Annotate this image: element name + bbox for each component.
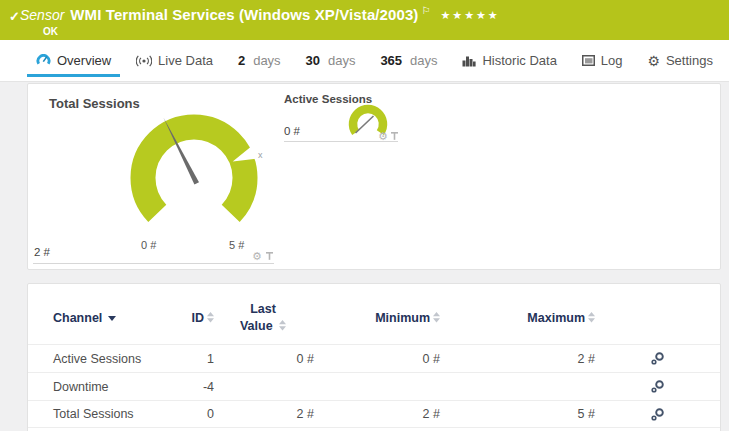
channel-settings-icon[interactable] xyxy=(650,407,665,422)
column-header-last-value[interactable]: Last Value xyxy=(214,301,314,335)
column-header-id[interactable]: ID xyxy=(163,311,214,325)
column-header-label: ID xyxy=(192,311,205,325)
tab-label: Historic Data xyxy=(482,53,556,68)
column-header-maximum[interactable]: Maximum xyxy=(440,311,595,325)
channel-last-value: 2 # xyxy=(214,407,314,421)
channel-minimum: 0 # xyxy=(314,352,440,366)
tab-days-unit: days xyxy=(253,53,280,68)
sort-icon[interactable] xyxy=(588,312,595,323)
log-icon xyxy=(582,55,595,66)
gauge-scale-max-label: 5 # xyxy=(229,239,244,251)
gear-icon: ⚙ xyxy=(647,53,660,69)
active-sessions-current-value: 0 # xyxy=(284,125,300,137)
tab-label: Log xyxy=(601,53,623,68)
channel-id: 1 xyxy=(163,352,214,366)
sort-icon[interactable] xyxy=(433,312,440,323)
sensor-header: ✓ Sensor WMI Terminal Services (Windows … xyxy=(0,0,729,40)
pin-icon[interactable] xyxy=(390,131,399,141)
sensor-title-row: Sensor WMI Terminal Services (Windows XP… xyxy=(20,6,500,23)
priority-stars[interactable]: ★★★★★ xyxy=(440,9,499,22)
status-ok-check-icon: ✓ xyxy=(9,9,20,24)
tab-label: Overview xyxy=(57,53,111,68)
tab-historic-data[interactable]: Historic Data xyxy=(462,40,556,81)
gauges-panel: Total Sessions x 0 # 5 # 2 # ⚙ Active Se… xyxy=(27,83,721,270)
table-header-row: Channel ID Last Value Minimum Maximum xyxy=(28,284,720,344)
column-header-label: Channel xyxy=(53,311,102,325)
gauge-axis-line xyxy=(33,263,274,264)
channel-minimum: 2 # xyxy=(314,407,440,421)
channel-table-panel: Channel ID Last Value Minimum Maximum Ac… xyxy=(27,283,721,431)
channel-settings-icon[interactable] xyxy=(650,379,665,394)
tab-30-days[interactable]: 30days xyxy=(306,40,356,81)
tab-days-unit: days xyxy=(328,53,355,68)
prtg-sensor-page: ✓ Sensor WMI Terminal Services (Windows … xyxy=(0,0,729,431)
channel-name[interactable]: Total Sessions xyxy=(28,407,163,421)
tab-label: Live Data xyxy=(158,53,213,68)
tab-365-days[interactable]: 365days xyxy=(380,40,437,81)
gauge-scale-min-label: 0 # xyxy=(141,239,156,251)
sensor-status-badge: OK xyxy=(43,26,58,37)
table-row-total-sessions: Total Sessions 0 2 # 2 # 5 # xyxy=(28,400,720,428)
gauge-marker-x: x xyxy=(258,150,263,160)
channel-id: -4 xyxy=(163,380,214,394)
channel-last-value: 0 # xyxy=(214,352,314,366)
tab-days-unit: days xyxy=(410,53,437,68)
total-sessions-current-value: 2 # xyxy=(34,246,50,258)
tab-label: Settings xyxy=(666,53,713,68)
gear-icon[interactable]: ⚙ xyxy=(378,131,388,142)
sensor-title: WMI Terminal Services (Windows XP/Vista/… xyxy=(70,6,418,23)
column-header-label: Maximum xyxy=(527,311,585,325)
table-row-downtime: Downtime -4 xyxy=(28,372,720,400)
sort-desc-icon xyxy=(108,316,116,321)
channel-maximum: 2 # xyxy=(440,352,595,366)
tab-settings[interactable]: ⚙ Settings xyxy=(647,40,713,81)
sort-icon[interactable] xyxy=(279,320,286,331)
tab-days-number: 2 xyxy=(238,53,245,68)
tab-days-number: 30 xyxy=(306,53,320,68)
column-header-minimum[interactable]: Minimum xyxy=(314,311,440,325)
tab-live-data[interactable]: Live Data xyxy=(136,40,213,81)
gauge-icon xyxy=(36,54,51,67)
tab-log[interactable]: Log xyxy=(582,40,623,81)
table-row-active-sessions: Active Sessions 1 0 # 0 # 2 # xyxy=(28,344,720,372)
broadcast-icon xyxy=(136,55,152,67)
flag-icon[interactable]: ⚐ xyxy=(421,5,430,16)
channel-id: 0 xyxy=(163,407,214,421)
tab-bar: Overview Live Data 2days 30days 365days xyxy=(0,40,729,82)
object-type-label: Sensor xyxy=(20,7,64,23)
channel-settings-icon[interactable] xyxy=(650,351,665,366)
tab-days-number: 365 xyxy=(380,53,402,68)
channel-name[interactable]: Active Sessions xyxy=(28,352,163,366)
channel-maximum: 5 # xyxy=(440,407,595,421)
column-header-label: Minimum xyxy=(375,311,430,325)
chart-icon xyxy=(462,55,476,67)
column-header-label: Last Value xyxy=(240,302,276,333)
channel-name[interactable]: Downtime xyxy=(28,380,163,394)
total-sessions-gauge: x xyxy=(119,106,269,256)
pin-icon[interactable] xyxy=(265,251,274,261)
column-header-channel[interactable]: Channel xyxy=(28,311,163,325)
tab-2-days[interactable]: 2days xyxy=(238,40,281,81)
gear-icon[interactable]: ⚙ xyxy=(252,251,262,262)
tab-overview[interactable]: Overview xyxy=(36,40,111,81)
sort-icon[interactable] xyxy=(207,312,214,323)
